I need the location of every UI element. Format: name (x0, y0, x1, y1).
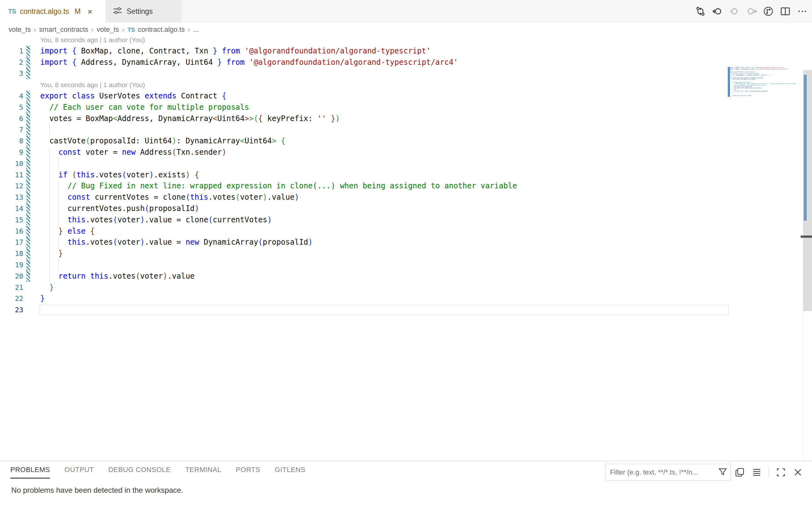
code-line: 1import { BoxMap, clone, Contract, Txn }… (0, 46, 729, 57)
indent-guide (49, 158, 50, 169)
indent-guide (49, 124, 50, 136)
gitlens-blame-row: You, 8 seconds ago | 1 author (You) (0, 34, 729, 46)
code-line: 10 (0, 158, 729, 169)
panel-tab-terminal[interactable]: TERMINAL (185, 466, 221, 479)
gutter-added-indicator[interactable] (26, 91, 30, 102)
gutter-added-indicator[interactable] (26, 170, 30, 181)
tab-settings[interactable]: Settings (106, 0, 181, 23)
panel-tab-output[interactable]: OUTPUT (64, 466, 93, 479)
breadcrumb-item[interactable]: ... (193, 25, 199, 34)
problems-filter-box (605, 464, 731, 481)
code-text: const currentVotes = clone(this.votes(vo… (40, 192, 299, 203)
panel-actions (735, 464, 803, 481)
gutter-added-indicator[interactable] (26, 46, 30, 57)
code-text: if (this.votes(voter).exists) { (40, 169, 199, 181)
line-number: 4 (0, 91, 23, 102)
gutter-added-indicator[interactable] (26, 260, 30, 270)
panel-tab-debug-console[interactable]: DEBUG CONSOLE (108, 466, 171, 479)
code-text: currentVotes.push(proposalId) (40, 203, 199, 215)
gutter-added-indicator[interactable] (26, 215, 30, 225)
close-tab-icon[interactable]: × (88, 7, 92, 16)
gutter-added-indicator[interactable] (26, 226, 30, 237)
code-text: this.votes(voter).value = new DynamicArr… (40, 237, 313, 248)
breadcrumb-separator-icon: › (88, 26, 97, 33)
gitlens-blame-annotation[interactable]: You, 8 seconds ago | 1 author (You) (40, 34, 145, 46)
line-number: 5 (0, 102, 23, 113)
breadcrumb-item[interactable]: vote_ts (97, 25, 119, 34)
gutter-added-indicator[interactable] (26, 203, 30, 214)
panel-tab-problems[interactable]: PROBLEMS (11, 466, 50, 479)
compare-changes-icon[interactable] (695, 6, 706, 17)
code-editor[interactable]: You, 8 seconds ago | 1 author (You)1impo… (0, 36, 812, 461)
more-actions-icon[interactable] (797, 6, 808, 17)
minimap[interactable]: import { BoxMap, clone, Contract, Txn } … (729, 67, 803, 199)
code-line: 11 if (this.votes(voter).exists) { (0, 169, 729, 181)
gutter-added-indicator[interactable] (26, 136, 30, 146)
code-line: 9 const voter = new Address(Txn.sender) (0, 147, 729, 158)
breadcrumb-item[interactable]: vote_ts (8, 25, 31, 34)
code-text: } (40, 248, 63, 259)
gutter-added-indicator[interactable] (26, 271, 30, 282)
line-number: 7 (0, 124, 23, 136)
gutter-added-indicator[interactable] (26, 181, 30, 192)
collapse-all-icon[interactable] (752, 467, 762, 477)
panel-tab-bar: PROBLEMSOUTPUTDEBUG CONSOLETERMINALPORTS… (11, 466, 306, 479)
panel-tab-gitlens[interactable]: GITLENS (275, 466, 306, 479)
line-number: 11 (0, 169, 23, 181)
open-changes-back-icon[interactable] (712, 6, 723, 17)
line-number: 18 (0, 248, 23, 259)
split-editor-icon[interactable] (780, 6, 791, 17)
code-line: 4export class UserVotes extends Contract… (0, 91, 729, 102)
code-line: 5 // Each user can vote for multiple pro… (0, 102, 729, 113)
panel-tab-ports[interactable]: PORTS (236, 466, 260, 479)
commit-graph-icon[interactable] (763, 6, 774, 17)
editor-actions-toolbar (695, 0, 808, 23)
toolbar-separator (769, 467, 769, 478)
view-as-table-icon[interactable] (735, 467, 745, 477)
problems-empty-message: No problems have been detected in the wo… (11, 486, 183, 495)
code-line: 12 // Bug Fixed in next line: wrapped ex… (0, 181, 729, 192)
code-line: 23 (0, 304, 729, 316)
gutter-added-indicator[interactable] (26, 57, 30, 68)
line-number: 10 (0, 158, 23, 169)
tab-contract-algo-ts[interactable]: TS contract.algo.ts M × (0, 0, 106, 23)
next-change-icon[interactable] (746, 6, 757, 17)
breadcrumb-item[interactable]: TScontract.algo.ts (127, 25, 185, 34)
breadcrumb-item[interactable]: smart_contracts (39, 25, 89, 34)
line-number: 21 (0, 282, 23, 294)
gutter-added-indicator[interactable] (26, 192, 30, 203)
code-text: return this.votes(voter).value (40, 271, 194, 282)
gutter-added-indicator[interactable] (26, 114, 30, 124)
code-text: castVote(proposalId: Uint64): DynamicArr… (40, 136, 285, 147)
gutter-added-indicator[interactable] (26, 248, 30, 259)
code-line: 20 return this.votes(voter).value (0, 271, 729, 282)
tab-label: Settings (127, 7, 153, 16)
tab-label: contract.algo.ts (20, 7, 69, 16)
typescript-file-icon: TS (8, 8, 16, 15)
code-line: 21 } (0, 282, 729, 294)
close-panel-icon[interactable] (793, 467, 803, 477)
gutter-added-indicator[interactable] (26, 68, 30, 79)
line-number: 15 (0, 215, 23, 226)
code-line: 18 } (0, 248, 729, 259)
problems-filter-input[interactable] (606, 468, 718, 476)
code-text: const voter = new Address(Txn.sender) (40, 147, 226, 158)
gutter-added-indicator[interactable] (26, 147, 30, 158)
code-text: import { Address, DynamicArray, Uint64 }… (40, 57, 458, 68)
line-number: 2 (0, 57, 23, 68)
typescript-file-icon: TS (127, 26, 135, 33)
gutter-added-indicator[interactable] (26, 102, 30, 113)
breadcrumb-separator-icon: › (185, 26, 193, 33)
line-number: 16 (0, 226, 23, 237)
line-number: 12 (0, 181, 23, 192)
line-number: 22 (0, 293, 23, 304)
code-text: import { BoxMap, clone, Contract, Txn } … (40, 46, 431, 57)
gitlens-blame-annotation[interactable]: You, 8 seconds ago | 1 author (You) (40, 79, 145, 91)
gutter-added-indicator[interactable] (26, 159, 30, 169)
breadcrumb-separator-icon: › (119, 26, 128, 33)
gutter-added-indicator[interactable] (26, 124, 30, 135)
code-line: 19 (0, 259, 729, 271)
previous-change-icon[interactable] (729, 6, 740, 17)
maximize-panel-icon[interactable] (776, 467, 786, 477)
gutter-added-indicator[interactable] (26, 237, 30, 248)
